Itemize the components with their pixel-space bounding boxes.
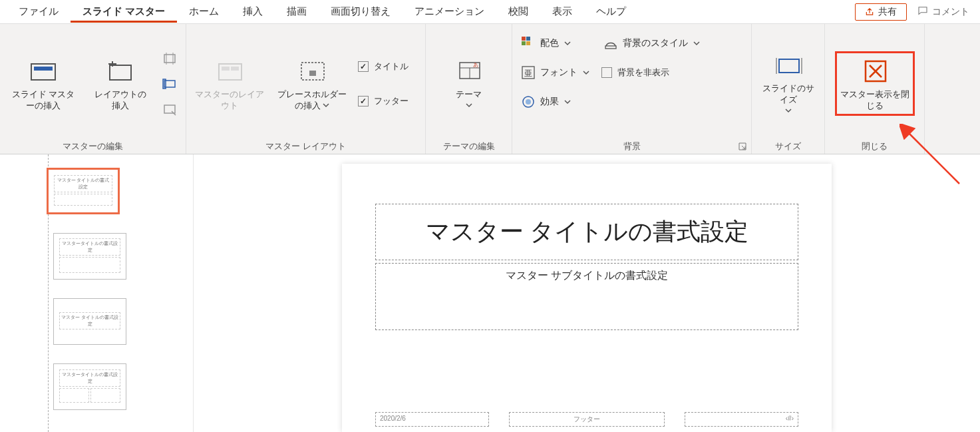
bg-styles-button[interactable]: 背景のスタイル [601, 35, 703, 52]
close-master-view-button[interactable]: マスター表示を閉じる [838, 55, 911, 113]
thumbnail-title: マスタータイトルの書式設定 [59, 238, 120, 256]
colors-button[interactable]: 配色 [519, 35, 592, 52]
svg-rect-12 [222, 67, 230, 71]
thumbnail-title: マスター タイトルの書式設定 [54, 175, 112, 192]
svg-rect-1 [34, 67, 53, 71]
share-label: 共有 [878, 6, 897, 18]
hide-bg-label: 背景を非表示 [617, 67, 669, 79]
insert-placeholder-button[interactable]: プレースホルダーの挿入 [275, 55, 349, 113]
chevron-down-icon [583, 69, 589, 76]
svg-rect-23 [526, 41, 530, 45]
title-checkbox[interactable]: タイトル [358, 58, 408, 75]
fonts-icon: 亜 [522, 66, 535, 79]
placeholder-date[interactable]: 2020/2/6 [375, 412, 489, 427]
chevron-down-icon [564, 99, 571, 105]
thumbnail-title: マスター タイトルの書式設定 [59, 312, 120, 329]
title-checkbox-label: タイトル [374, 61, 408, 73]
chevron-down-icon [693, 40, 700, 47]
checkbox-icon [601, 67, 612, 78]
hide-bg-checkbox[interactable]: 背景を非表示 [601, 64, 703, 81]
thumbnail-title: マスタータイトルの書式設定 [59, 369, 120, 387]
insert-layout-label: レイアウトの挿入 [90, 89, 150, 112]
effects-icon [522, 95, 535, 108]
thumbnail-layout[interactable]: マスタータイトルの書式設定 [53, 363, 126, 410]
insert-slide-master-button[interactable]: スライド マスターの挿入 [7, 55, 80, 113]
preserve-icon [162, 102, 177, 116]
chevron-down-icon [785, 107, 792, 114]
group-label-size: サイズ [758, 136, 818, 151]
tab-home[interactable]: ホーム [177, 1, 231, 22]
svg-rect-28 [605, 46, 616, 49]
slide[interactable]: マスター タイトルの書式設定 マスター サブタイトルの書式設定 2020/2/6… [342, 164, 832, 432]
comment-button[interactable]: コメント [913, 3, 973, 20]
svg-rect-29 [779, 59, 799, 73]
svg-point-27 [526, 99, 531, 105]
slide-size-button[interactable]: スライドのサイズ [758, 49, 818, 118]
colors-label: 配色 [540, 37, 559, 49]
svg-rect-13 [231, 67, 239, 71]
delete-button[interactable] [160, 49, 179, 68]
svg-rect-11 [219, 64, 242, 80]
insert-slide-master-label: スライド マスターの挿入 [8, 89, 79, 112]
annotation-highlight: マスター表示を閉じる [835, 51, 915, 116]
tab-draw[interactable]: 描画 [275, 1, 319, 22]
tab-view[interactable]: 表示 [540, 1, 584, 22]
chevron-down-icon [564, 40, 571, 47]
chevron-down-icon [323, 102, 329, 108]
tab-transition[interactable]: 画面切り替え [319, 1, 403, 22]
master-layout-button: マスターのレイアウト [193, 55, 266, 113]
thumbnail-layout[interactable]: マスタータイトルの書式設定 [53, 233, 126, 280]
tab-animation[interactable]: アニメーション [403, 1, 496, 22]
ribbon: スライド マスターの挿入 レイアウトの挿入 マスターの編集 [0, 24, 980, 154]
thumbnail-pane: マスター タイトルの書式設定 マスタータイトルの書式設定 マスター タイトルの書… [0, 154, 193, 432]
group-label-edit-master: マスターの編集 [7, 136, 179, 151]
svg-rect-15 [309, 71, 316, 76]
dialog-launcher-icon[interactable] [738, 142, 747, 151]
placeholder-footer[interactable]: フッター [509, 412, 665, 427]
share-button[interactable]: 共有 [855, 3, 907, 21]
tab-insert[interactable]: 挿入 [231, 1, 275, 22]
ribbon-tabs: ファイル スライド マスター ホーム 挿入 描画 画面切り替え アニメーション … [0, 0, 980, 24]
tab-help[interactable]: ヘルプ [584, 1, 638, 22]
slide-size-label: スライドのサイズ [760, 83, 816, 117]
effects-button[interactable]: 効果 [519, 93, 592, 110]
tab-file[interactable]: ファイル [7, 1, 71, 22]
theme-button[interactable]: あ テーマ [446, 55, 492, 113]
slide-canvas: マスター タイトルの書式設定 マスター サブタイトルの書式設定 2020/2/6… [193, 154, 980, 432]
placeholder-subtitle[interactable]: マスター サブタイトルの書式設定 [375, 263, 798, 330]
svg-rect-21 [526, 37, 530, 41]
layout-icon [104, 56, 136, 85]
thumbnail-master[interactable]: マスター タイトルの書式設定 [47, 168, 120, 214]
theme-label: テーマ [456, 89, 482, 112]
delete-icon [162, 51, 177, 66]
group-label-master-layout: マスター レイアウト [193, 136, 418, 151]
master-layout-icon [214, 56, 245, 85]
placeholder-slide-number[interactable]: ‹#› [685, 412, 798, 427]
slide-master-icon [27, 56, 59, 85]
tab-review[interactable]: 校閲 [496, 1, 540, 22]
svg-rect-5 [164, 55, 175, 63]
insert-placeholder-label: プレースホルダーの挿入 [277, 89, 347, 112]
comment-icon [917, 5, 928, 18]
slide-size-icon [772, 50, 804, 79]
fonts-button[interactable]: 亜 フォント [519, 64, 592, 81]
checkbox-icon [358, 61, 369, 72]
checkbox-icon [358, 96, 369, 107]
preserve-button[interactable] [160, 100, 179, 118]
group-label-theme-edit: テーマの編集 [432, 136, 505, 151]
placeholder-title[interactable]: マスター タイトルの書式設定 [375, 204, 798, 260]
share-icon [865, 7, 874, 17]
svg-rect-10 [164, 105, 175, 113]
bg-style-icon [604, 37, 617, 50]
insert-layout-button[interactable]: レイアウトの挿入 [89, 55, 151, 113]
thumbnail-layout[interactable]: マスター タイトルの書式設定 [53, 298, 126, 345]
tab-slide-master[interactable]: スライド マスター [71, 1, 177, 23]
svg-rect-2 [110, 65, 131, 80]
rename-button[interactable] [160, 75, 179, 93]
footer-checkbox-label: フッター [374, 95, 408, 107]
svg-rect-20 [522, 37, 526, 41]
group-label-background: 背景 [519, 136, 744, 151]
svg-rect-22 [522, 41, 526, 45]
colors-icon [522, 37, 535, 50]
footer-checkbox[interactable]: フッター [358, 93, 408, 110]
